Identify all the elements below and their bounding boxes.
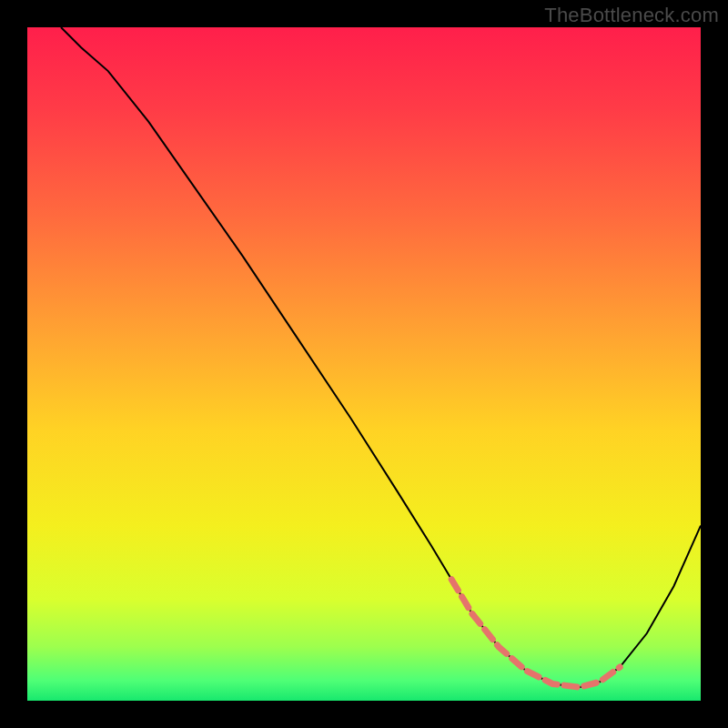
watermark-text: TheBottleneck.com [544, 4, 719, 27]
chart-frame: TheBottleneck.com [0, 0, 728, 728]
chart-svg [27, 27, 701, 701]
gradient-background [27, 27, 701, 701]
plot-area [27, 27, 701, 701]
